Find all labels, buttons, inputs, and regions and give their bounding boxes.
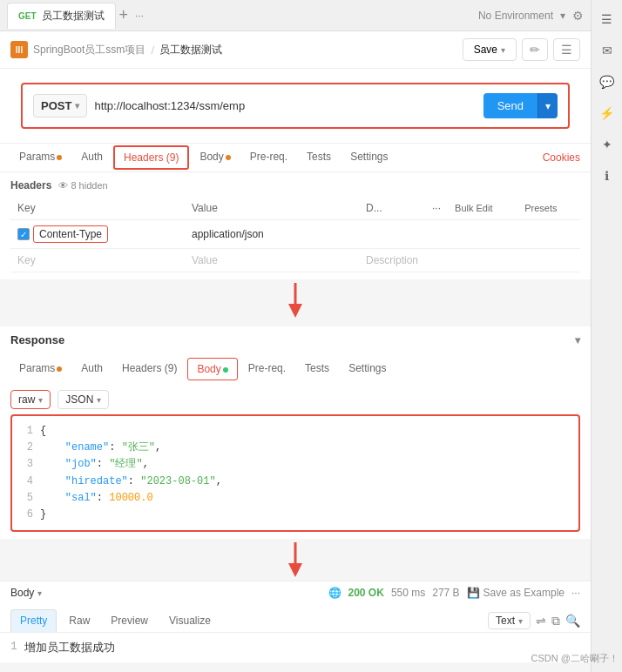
header-row-content-type: Content-Type application/json (10, 220, 580, 249)
send-chevron-button[interactable]: ▾ (537, 93, 558, 118)
response-size: 277 B (432, 587, 459, 599)
send-button[interactable]: Send (483, 93, 537, 118)
code-editor[interactable]: 123456 { "ename": "张三", "job": "经理", "hi… (10, 414, 580, 532)
col-desc: D... (359, 197, 425, 220)
bottom-status-bar: Body ▾ 🌐 200 OK 550 ms 277 B 💾 Save as E… (0, 581, 591, 604)
tab2-params[interactable]: Params (10, 355, 71, 383)
tab-tests[interactable]: Tests (298, 144, 340, 171)
tab2-settings[interactable]: Settings (340, 355, 395, 383)
edit-button[interactable]: ✏ (522, 38, 548, 61)
json-selector[interactable]: JSON ▾ (57, 390, 109, 409)
tab-bar: GET 员工数据测试 + ··· No Environment ▾ ⚙ (0, 0, 591, 31)
tab2-body[interactable]: Body (187, 358, 237, 380)
tab2-tests[interactable]: Tests (296, 355, 338, 383)
headers-section: Headers 👁 8 hidden Key Value D... ··· Bu… (0, 172, 591, 279)
tab-headers[interactable]: Headers (9) (113, 145, 189, 170)
more-tabs-button[interactable]: ··· (135, 10, 144, 22)
breadcrumb-current: 员工数据测试 (159, 43, 222, 57)
body-dropdown[interactable]: Body ▾ (10, 587, 42, 599)
desc-placeholder: Description (366, 254, 418, 266)
tab-auth[interactable]: Auth (72, 144, 112, 171)
header-key: Content-Type (33, 225, 108, 243)
save-example-button[interactable]: 💾 Save as Example (467, 587, 565, 599)
save-button[interactable]: Save ▾ (463, 38, 517, 61)
editor-controls: raw ▾ JSON ▾ (10, 390, 580, 409)
send-button-group: Send ▾ (483, 93, 558, 118)
json-chevron: ▾ (97, 395, 101, 405)
project-icon: III (10, 41, 28, 58)
col-bulk-edit[interactable]: Bulk Edit (448, 197, 517, 220)
watermark: CSDN @二哈唰子！ (531, 652, 619, 665)
copy-icon[interactable]: ⧉ (551, 614, 560, 628)
raw-selector[interactable]: raw ▾ (10, 390, 51, 409)
resp-tab-preview[interactable]: Preview (102, 610, 157, 631)
sidebar-icon-chat[interactable]: 💬 (595, 70, 619, 94)
tab-method: GET (18, 11, 37, 21)
search-icon[interactable]: 🔍 (565, 614, 580, 628)
doc-button[interactable]: ☰ (553, 38, 580, 61)
sidebar-icon-menu[interactable]: ☰ (595, 7, 619, 31)
resp-tab-visualize[interactable]: Visualize (160, 610, 220, 631)
tab-settings[interactable]: Settings (341, 144, 396, 171)
resp-tab-pretty[interactable]: Pretty (10, 609, 57, 632)
col-value: Value (185, 197, 359, 220)
response-title: Response ▾ (10, 333, 580, 346)
sidebar-icon-bolt[interactable]: ⚡ (595, 101, 619, 125)
resp-line-num: 1 (10, 640, 17, 655)
add-tab-button[interactable]: + (119, 6, 129, 24)
resp-tab-controls: Text ▾ ⇌ ⧉ 🔍 (488, 612, 580, 629)
method-selector[interactable]: POST ▾ (33, 94, 87, 118)
header-checkbox[interactable] (17, 228, 30, 240)
save-chevron: ▾ (501, 45, 505, 55)
col-more: ··· (425, 197, 448, 220)
arrow-svg-2 (285, 542, 306, 577)
header-value: application/json (185, 220, 359, 249)
header-row-empty: Key Value Description (10, 249, 580, 272)
resp-tab-raw[interactable]: Raw (60, 610, 98, 631)
tab-body[interactable]: Body (191, 144, 239, 171)
hidden-badge: 👁 8 hidden (58, 180, 107, 191)
env-chevron[interactable]: ▾ (560, 10, 565, 22)
sidebar-icon-star[interactable]: ✦ (595, 132, 619, 157)
response-output-tabs: Pretty Raw Preview Visualize Text ▾ ⇌ ⧉ … (0, 604, 591, 632)
active-tab[interactable]: GET 员工数据测试 (7, 3, 116, 29)
env-settings-icon[interactable]: ⚙ (572, 9, 584, 23)
cookies-link[interactable]: Cookies (543, 151, 580, 164)
resp-text: 增加员工数据成功 (24, 640, 115, 655)
col-presets[interactable]: Presets (517, 197, 580, 220)
line-numbers: 123456 (19, 423, 33, 523)
sidebar-icon-info[interactable]: ℹ (595, 164, 619, 188)
tab-label: 员工数据测试 (42, 9, 105, 24)
body-dot-2 (223, 367, 228, 373)
more-button[interactable]: ··· (571, 587, 580, 599)
arrow-svg-1 (285, 283, 306, 318)
breadcrumb-separator: / (151, 44, 154, 57)
headers-table: Key Value D... ··· Bulk Edit Presets (10, 197, 580, 272)
response-time: 550 ms (391, 587, 425, 599)
tab-params[interactable]: Params (10, 144, 71, 171)
tab-prereq[interactable]: Pre-req. (241, 144, 296, 171)
svg-marker-3 (288, 563, 302, 577)
tab2-headers[interactable]: Headers (9) (113, 355, 186, 383)
params-dot (57, 155, 62, 160)
request-tabs-2: Params Auth Headers (9) Body Pre-req. Te… (0, 350, 591, 383)
project-link[interactable]: SpringBoot员工ssm项目 (33, 43, 145, 57)
response-chevron[interactable]: ▾ (575, 334, 580, 346)
breadcrumb: III SpringBoot员工ssm项目 / 员工数据测试 Save ▾ ✏ … (0, 31, 591, 69)
tab2-auth[interactable]: Auth (72, 355, 112, 383)
status-code: 200 OK (348, 587, 384, 599)
method-chevron: ▾ (75, 101, 79, 111)
col-key: Key (10, 197, 185, 220)
wrap-icon[interactable]: ⇌ (536, 614, 546, 628)
sidebar-icon-mail[interactable]: ✉ (595, 38, 619, 63)
raw-chevron: ▾ (38, 395, 43, 405)
svg-marker-1 (288, 304, 302, 318)
request-tabs: Params Auth Headers (9) Body Pre-req. Te… (0, 144, 591, 172)
response-output: 1 增加员工数据成功 (0, 632, 591, 662)
breadcrumb-actions: Save ▾ ✏ ☰ (463, 38, 580, 61)
url-bar: POST ▾ Send ▾ (21, 83, 570, 129)
arrow-down-2 (0, 539, 591, 581)
url-input[interactable] (94, 99, 476, 112)
text-format-selector[interactable]: Text ▾ (488, 612, 531, 629)
tab2-prereq[interactable]: Pre-req. (240, 355, 294, 383)
